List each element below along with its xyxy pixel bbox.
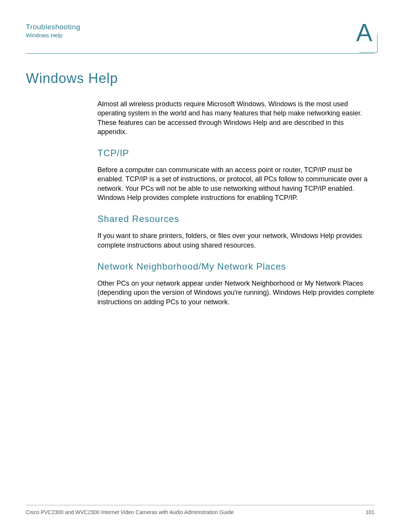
chapter-title: Troubleshooting — [26, 23, 80, 31]
intro-paragraph: Almost all wireless products require Mic… — [97, 99, 374, 136]
page-header: Troubleshooting Windows Help A — [26, 21, 374, 50]
content-area: Almost all wireless products require Mic… — [97, 99, 374, 307]
page-footer: Cisco PVC2300 and WVC2300 Internet Video… — [26, 505, 374, 515]
footer-divider — [26, 505, 374, 505]
section-heading: Shared Resources — [97, 214, 374, 224]
section-subtitle: Windows Help — [26, 32, 80, 38]
section-heading: Network Neighborhood/My Network Places — [97, 261, 374, 272]
footer-row: Cisco PVC2300 and WVC2300 Internet Video… — [26, 509, 374, 515]
page-title: Windows Help — [26, 70, 374, 86]
appendix-decoration — [359, 34, 378, 53]
section-body: If you want to share printers, folders, … — [97, 231, 374, 250]
header-divider — [26, 53, 374, 54]
section-body: Other PCs on your network appear under N… — [97, 279, 374, 307]
section-heading: TCP/IP — [97, 148, 374, 158]
footer-page-number: 101 — [366, 509, 374, 515]
footer-guide-title: Cisco PVC2300 and WVC2300 Internet Video… — [26, 509, 234, 515]
document-page: Troubleshooting Windows Help A Windows H… — [0, 0, 411, 532]
header-left: Troubleshooting Windows Help — [26, 21, 80, 38]
section-body: Before a computer can communicate with a… — [97, 165, 374, 202]
appendix-indicator: A — [354, 21, 374, 50]
